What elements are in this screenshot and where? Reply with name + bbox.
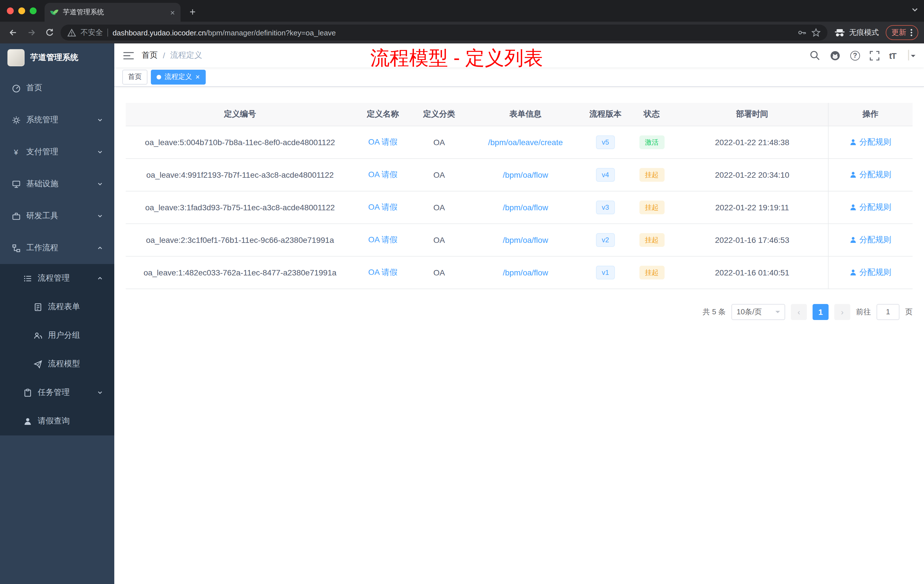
new-tab-button[interactable]: + [185,5,200,20]
sidebar-item-label: 首页 [26,83,42,93]
sidebar-item-process-mgmt[interactable]: 流程管理 [0,264,114,292]
help-icon[interactable]: ? [850,51,860,60]
prev-page-button[interactable]: ‹ [791,304,807,320]
form-link[interactable]: /bpm/oa/flow [503,170,548,179]
incognito-badge: 无痕模式 [834,27,879,38]
sidebar-item-infra[interactable]: 基础设施 [0,168,114,200]
form-link[interactable]: /bpm/oa/flow [503,268,548,277]
cell-category: OA [411,158,467,191]
github-icon[interactable] [830,50,841,61]
update-label: 更新 [891,27,906,38]
tag-home[interactable]: 首页 [122,69,147,84]
page-unit: 页 [905,307,912,317]
user-avatar-wrap[interactable] [908,50,909,61]
sidebar-item-devtools[interactable]: 研发工具 [0,200,114,232]
page-size-select[interactable]: 10条/页 [731,304,785,320]
definition-name-link[interactable]: OA 请假 [368,202,398,211]
col-actions: 操作 [828,103,912,126]
document-icon [33,303,42,311]
sidebar-item-home[interactable]: 首页 [0,72,114,104]
cell-definition-id: oa_leave:1:482ec033-762a-11ec-8477-a2380… [126,256,354,289]
assign-rule-button[interactable]: 分配规则 [850,234,891,245]
form-link[interactable]: /bpm/oa/leave/create [488,137,563,147]
forward-button[interactable] [24,25,39,40]
chevron-down-icon [97,149,103,155]
sidebar-item-payment[interactable]: ¥ 支付管理 [0,136,114,168]
table-row: oa_leave:5:004b710b-7b8a-11ec-8ef0-acde4… [126,126,912,158]
pagination: 共 5 条 10条/页 ‹ 1 › 前往 页 [126,304,912,320]
sidebar-item-label: 支付管理 [26,147,58,157]
navbar-icons: ? tT [810,50,915,61]
tab-search-chevron-icon[interactable] [911,6,918,13]
sidebar-item-leave-query[interactable]: 请假查询 [0,407,114,436]
font-size-icon[interactable]: tT [889,51,896,60]
sidebar-item-label: 流程模型 [48,359,80,369]
status-badge: 挂起 [639,168,664,181]
tag-process-definition[interactable]: 流程定义 × [151,69,205,84]
url-path: /bpm/manager/definition?key=oa_leave [206,28,336,37]
assign-rule-button[interactable]: 分配规则 [850,170,891,180]
goto-page-input[interactable] [876,304,899,320]
assign-rule-button[interactable]: 分配规则 [850,202,891,212]
sidebar-item-process-model[interactable]: 流程模型 [0,350,114,378]
tab-close-icon[interactable]: × [170,8,175,16]
address-bar[interactable]: 不安全 dashboard.yudao.iocoder.cn/bpm/manag… [61,25,827,41]
yen-icon: ¥ [12,148,21,156]
toolbox-icon [12,212,21,220]
tag-close-icon[interactable]: × [195,73,200,81]
sidebar: 芋道管理系统 首页 系统管理 ¥ 支付管理 基础设施 [0,43,114,584]
sidebar-item-task-mgmt[interactable]: 任务管理 [0,378,114,407]
definition-table: 定义编号 定义名称 定义分类 表单信息 流程版本 状态 部署时间 操作 oa_l [126,103,912,289]
close-window-button[interactable] [7,7,14,14]
top-navbar: 首页 / 流程定义 流程模型 - 定义列表 ? tT [114,43,924,68]
goto-label: 前往 [856,307,871,317]
form-link[interactable]: /bpm/oa/flow [503,235,548,244]
sidebar-item-process-form[interactable]: 流程表单 [0,292,114,321]
bookmark-star-icon[interactable] [812,28,820,37]
definition-name-link[interactable]: OA 请假 [368,170,398,178]
person-icon [850,236,856,243]
sidebar-item-label: 基础设施 [26,179,58,189]
browser-tab[interactable]: 芋道管理系统 × [45,3,181,22]
status-badge: 挂起 [639,233,664,247]
chrome-update-button[interactable]: 更新 [886,25,918,40]
logo-avatar [7,49,25,66]
sidebar-item-user-group[interactable]: 用户分组 [0,321,114,350]
chevron-up-icon [97,245,103,251]
reload-button[interactable] [42,25,57,40]
assign-rule-button[interactable]: 分配规则 [850,137,891,147]
page-number-button[interactable]: 1 [813,304,828,320]
definition-name-link[interactable]: OA 请假 [368,267,398,276]
sidebar-logo[interactable]: 芋道管理系统 [0,43,114,72]
browser-toolbar: 不安全 dashboard.yudao.iocoder.cn/bpm/manag… [0,22,924,43]
table-row: oa_leave:4:991f2193-7b7f-11ec-a3c8-acde4… [126,158,912,191]
kebab-menu-icon[interactable] [910,28,912,36]
zoom-window-button[interactable] [30,7,36,14]
sidebar-item-label: 工作流程 [26,243,58,253]
status-badge: 激活 [639,135,664,149]
next-page-button[interactable]: › [834,304,850,320]
breadcrumb-home[interactable]: 首页 [142,50,158,61]
back-button[interactable] [6,25,21,40]
definition-name-link[interactable]: OA 请假 [368,137,398,146]
col-form-info: 表单信息 [467,103,584,126]
definition-name-link[interactable]: OA 请假 [368,234,398,244]
fullscreen-icon[interactable] [870,51,879,60]
minimize-window-button[interactable] [18,7,25,14]
annotation-title: 流程模型 - 定义列表 [370,45,543,71]
assign-rule-button[interactable]: 分配规则 [850,267,891,277]
key-icon[interactable] [798,28,807,37]
sidebar-item-system[interactable]: 系统管理 [0,104,114,136]
form-link[interactable]: /bpm/oa/flow [503,203,548,212]
hamburger-icon[interactable] [124,51,134,60]
avatar[interactable] [908,50,909,61]
sidebar-item-workflow[interactable]: 工作流程 [0,232,114,264]
window-controls [0,0,45,22]
main-area: 首页 / 流程定义 流程模型 - 定义列表 ? tT [114,43,924,584]
security-label[interactable]: 不安全 [81,27,103,38]
clipboard-icon [23,388,32,397]
table-row: oa_leave:3:1fad3d93-7b75-11ec-a3c8-acde4… [126,191,912,223]
search-icon[interactable] [810,50,820,61]
cell-deploy-time: 2022-01-22 21:48:38 [676,126,828,158]
monitor-icon [12,180,21,188]
